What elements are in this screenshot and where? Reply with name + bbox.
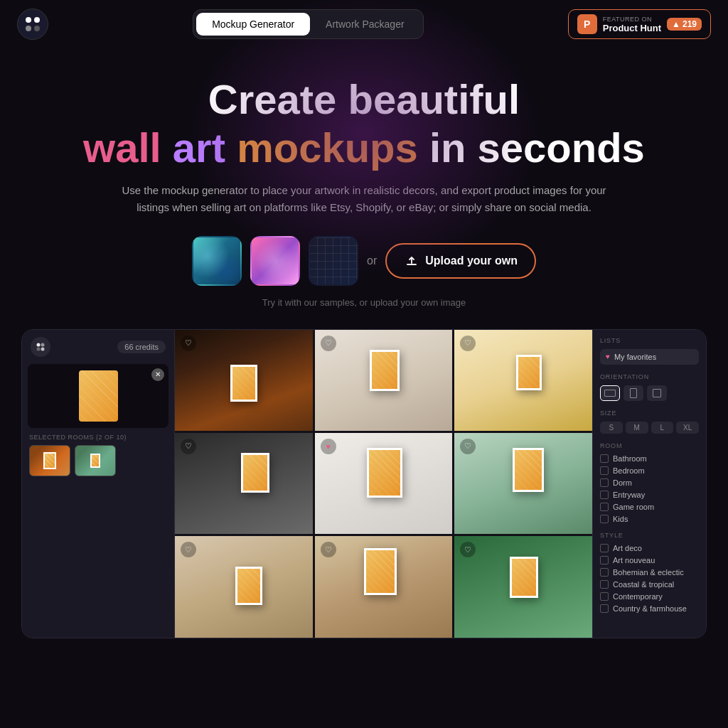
checkbox-bedroom[interactable] (600, 466, 609, 475)
checkbox-coastal[interactable] (600, 580, 609, 589)
grid-cell-1[interactable]: ♡ (175, 330, 313, 431)
filter-room-section: ROOM Bathroom Bedroom Dorm Entryway Game… (600, 442, 699, 523)
logo-icon (26, 17, 40, 31)
style-filter-artdeco[interactable]: Art deco (600, 544, 699, 552)
landscape-icon (604, 390, 616, 397)
room-thumb-1[interactable] (29, 445, 70, 476)
orient-landscape-btn[interactable] (600, 385, 620, 401)
svg-point-0 (37, 343, 41, 346)
room-filter-gameroom[interactable]: Game room (600, 503, 699, 511)
favorite-icon-9[interactable]: ♡ (460, 542, 476, 557)
sample-image-3[interactable] (309, 236, 358, 286)
checkbox-gameroom[interactable] (600, 503, 609, 511)
grid-cell-6[interactable]: ♡ (454, 433, 592, 534)
sample-image-1[interactable] (192, 236, 242, 286)
checkbox-entryway[interactable] (600, 491, 609, 499)
grid-cell-7[interactable]: ♡ (175, 536, 313, 637)
style-label-contemporary: Contemporary (613, 592, 663, 601)
filter-style-section: STYLE Art deco Art nouveau Bohemian & ec… (600, 532, 699, 613)
tab-artwork-packager[interactable]: Artwork Packager (310, 13, 419, 36)
room-filter-dorm[interactable]: Dorm (600, 478, 699, 487)
hero-word-wall: wall (83, 124, 161, 171)
style-filter-coastal[interactable]: Coastal & tropical (600, 580, 699, 589)
grid-cell-9[interactable]: ♡ (454, 536, 592, 637)
heart-icon-small: ♥ (606, 353, 610, 360)
size-l-btn[interactable]: L (651, 422, 674, 434)
size-s-btn[interactable]: S (600, 422, 623, 434)
ph-arrow-icon: ▲ (672, 19, 680, 29)
checkbox-dorm[interactable] (600, 478, 609, 487)
hero-title-line1: Create beautiful (14, 77, 714, 122)
hero-word-art: art (173, 124, 225, 171)
orient-square-btn[interactable] (647, 385, 667, 401)
checkbox-kids[interactable] (600, 515, 609, 523)
sample-image-2[interactable] (250, 236, 300, 286)
panel-header: 66 credits (22, 330, 174, 364)
style-label-bohemian: Bohemian & eclectic (613, 568, 684, 577)
artwork-upload-area[interactable]: ✕ (28, 364, 168, 428)
my-favorites-btn[interactable]: ♥ My favorites (600, 349, 699, 365)
orientation-buttons (600, 385, 699, 401)
svg-point-1 (41, 343, 45, 346)
favorite-icon-3[interactable]: ♡ (460, 336, 476, 351)
grid-cell-2[interactable]: ♡ (315, 330, 453, 431)
checkbox-artdeco[interactable] (600, 544, 609, 552)
app-logo[interactable] (17, 9, 48, 40)
grid-cell-8[interactable]: ♡ (315, 536, 453, 637)
checkbox-artnouveau[interactable] (600, 556, 609, 564)
grid-cell-5[interactable]: ♥ (315, 433, 453, 534)
product-hunt-text: FEATURED ON Product Hunt (603, 16, 661, 33)
style-label-artdeco: Art deco (613, 544, 642, 552)
room-filter-entryway[interactable]: Entryway (600, 491, 699, 499)
favorite-icon-4[interactable]: ♡ (181, 439, 196, 454)
checkbox-bohemian[interactable] (600, 568, 609, 577)
size-m-btn[interactable]: M (626, 422, 648, 434)
checkbox-contemporary[interactable] (600, 592, 609, 601)
filter-lists-section: LISTS ♥ My favorites (600, 337, 699, 365)
favorite-icon-6[interactable]: ♡ (460, 439, 476, 454)
size-xl-btn[interactable]: XL (676, 422, 699, 434)
style-filter-contemporary[interactable]: Contemporary (600, 592, 699, 601)
style-label-coastal: Coastal & tropical (613, 580, 674, 589)
mockup-grid: ♡ ♡ ♡ ♡ ♥ ♡ ♡ ♡ (175, 330, 592, 638)
room-filter-kids[interactable]: Kids (600, 515, 699, 523)
orient-portrait-btn[interactable] (623, 385, 643, 401)
hero-word-mockups: mockups (237, 124, 418, 171)
upload-icon (404, 253, 419, 269)
filter-room-title: ROOM (600, 442, 699, 449)
upload-button[interactable]: Upload your own (385, 243, 536, 279)
grid-cell-3[interactable]: ♡ (454, 330, 592, 431)
sample-images-row: or Upload your own (14, 236, 714, 286)
my-favorites-label: My favorites (614, 353, 656, 361)
checkbox-bathroom[interactable] (600, 454, 609, 463)
checkbox-country[interactable] (600, 604, 609, 613)
room-label-bedroom: Bedroom (613, 466, 645, 475)
favorite-icon-5[interactable]: ♥ (321, 439, 336, 454)
hero-subtitle: Use the mockup generator to place your a… (115, 182, 613, 216)
portrait-icon (630, 388, 637, 398)
room-filter-bedroom[interactable]: Bedroom (600, 466, 699, 475)
style-filter-artnouveau[interactable]: Art nouveau (600, 556, 699, 564)
tab-mockup-generator[interactable]: Mockup Generator (196, 13, 310, 36)
svg-point-3 (41, 347, 45, 350)
room-thumb-2[interactable] (75, 445, 116, 476)
room-label-gameroom: Game room (613, 503, 654, 511)
left-panel: 66 credits ✕ SELECTED ROOMS (2 OF 10) (22, 330, 175, 638)
favorite-icon-1[interactable]: ♡ (181, 336, 196, 351)
product-hunt-badge[interactable]: P FEATURED ON Product Hunt ▲ 219 (568, 9, 711, 39)
filter-orientation-title: ORIENTATION (600, 373, 699, 380)
room-filter-bathroom[interactable]: Bathroom (600, 454, 699, 463)
style-filter-country[interactable]: Country & farmhouse (600, 604, 699, 613)
grid-cell-4[interactable]: ♡ (175, 433, 313, 534)
size-buttons: S M L XL (600, 422, 699, 434)
delete-artwork-button[interactable]: ✕ (151, 368, 164, 381)
selected-rooms-label: SELECTED ROOMS (2 OF 10) (22, 434, 174, 445)
style-filter-bohemian[interactable]: Bohemian & eclectic (600, 568, 699, 577)
panel-logo-icon (31, 337, 50, 357)
favorite-icon-8[interactable]: ♡ (321, 542, 336, 557)
favorite-icon-2[interactable]: ♡ (321, 336, 336, 351)
style-label-country: Country & farmhouse (613, 604, 687, 613)
filter-lists-title: LISTS (600, 337, 699, 344)
credits-badge: 66 credits (117, 341, 166, 353)
favorite-icon-7[interactable]: ♡ (181, 542, 196, 557)
